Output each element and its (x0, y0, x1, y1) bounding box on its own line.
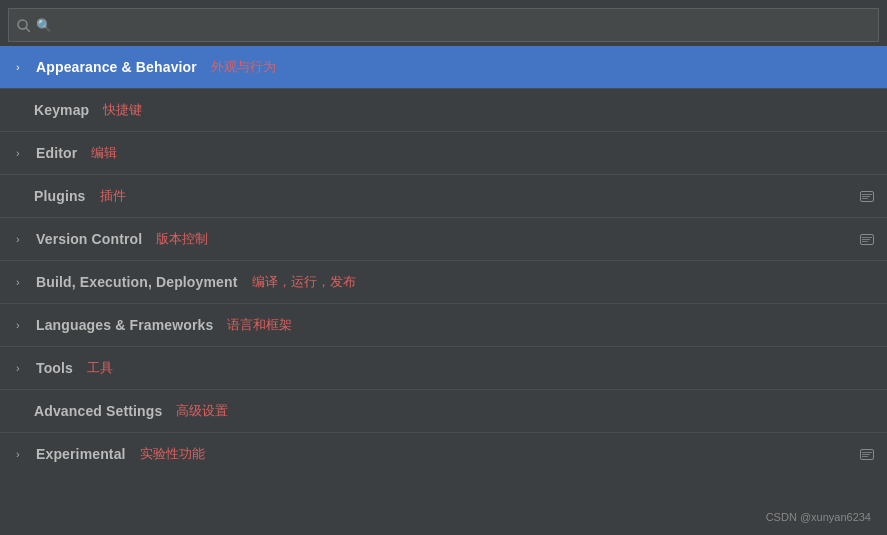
item-label-keymap: Keymap (34, 102, 89, 118)
item-label-appearance: Appearance & Behavior (36, 59, 197, 75)
item-label-cn-languages: 语言和框架 (227, 316, 292, 334)
settings-item-build[interactable]: ›Build, Execution, Deployment编译，运行，发布 (0, 261, 887, 303)
item-label-experimental: Experimental (36, 446, 126, 462)
badge-icon-plugins (859, 190, 875, 202)
search-container (0, 8, 887, 42)
item-label-cn-keymap: 快捷键 (103, 101, 142, 119)
item-label-editor: Editor (36, 145, 77, 161)
chevron-icon: › (16, 233, 28, 245)
badge-icon-experimental (859, 448, 875, 460)
chevron-icon: › (16, 147, 28, 159)
search-bar[interactable] (8, 8, 879, 42)
item-label-cn-editor: 编辑 (91, 144, 117, 162)
chevron-icon: › (16, 276, 28, 288)
chevron-icon: › (16, 362, 28, 374)
watermark-text: CSDN @xunyan6234 (766, 511, 871, 523)
settings-item-keymap[interactable]: Keymap快捷键 (0, 89, 887, 131)
badge-icon-version-control (859, 233, 875, 245)
settings-item-languages[interactable]: ›Languages & Frameworks语言和框架 (0, 304, 887, 346)
item-label-cn-version-control: 版本控制 (156, 230, 208, 248)
svg-line-1 (26, 28, 30, 32)
item-label-tools: Tools (36, 360, 73, 376)
item-label-version-control: Version Control (36, 231, 142, 247)
settings-item-version-control[interactable]: ›Version Control版本控制 (0, 218, 887, 260)
item-label-plugins: Plugins (34, 188, 86, 204)
chevron-icon: › (16, 319, 28, 331)
settings-item-appearance[interactable]: ›Appearance & Behavior外观与行为 (0, 46, 887, 88)
settings-item-plugins[interactable]: Plugins插件 (0, 175, 887, 217)
item-label-cn-advanced: 高级设置 (176, 402, 228, 420)
item-label-languages: Languages & Frameworks (36, 317, 213, 333)
chevron-icon: › (16, 61, 28, 73)
item-label-cn-appearance: 外观与行为 (211, 58, 276, 76)
settings-item-experimental[interactable]: ›Experimental实验性功能 (0, 433, 887, 475)
item-label-cn-experimental: 实验性功能 (140, 445, 205, 463)
item-label-cn-tools: 工具 (87, 359, 113, 377)
settings-item-editor[interactable]: ›Editor编辑 (0, 132, 887, 174)
settings-item-tools[interactable]: ›Tools工具 (0, 347, 887, 389)
settings-list: ›Appearance & Behavior外观与行为Keymap快捷键›Edi… (0, 46, 887, 475)
settings-item-advanced[interactable]: Advanced Settings高级设置 (0, 390, 887, 432)
search-input[interactable] (36, 18, 870, 33)
search-icon (17, 19, 30, 32)
item-label-cn-build: 编译，运行，发布 (252, 273, 356, 291)
item-label-cn-plugins: 插件 (100, 187, 126, 205)
item-label-advanced: Advanced Settings (34, 403, 162, 419)
item-label-build: Build, Execution, Deployment (36, 274, 238, 290)
chevron-icon: › (16, 448, 28, 460)
